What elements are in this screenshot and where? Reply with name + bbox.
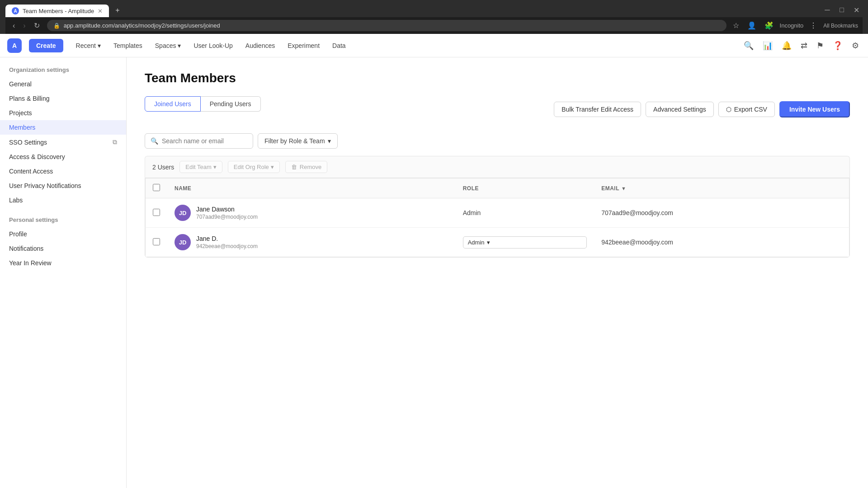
sidebar-item-access-discovery[interactable]: Access & Discovery	[0, 150, 126, 164]
search-box[interactable]: 🔍	[145, 133, 253, 149]
tab-favicon: A	[12, 7, 19, 14]
nav-audiences[interactable]: Audiences	[240, 39, 280, 52]
browser-tab-active[interactable]: A Team Members - Amplitude ✕	[5, 5, 109, 17]
bookmarks-label: All Bookmarks	[823, 23, 858, 29]
sidebar-item-year-in-review[interactable]: Year In Review	[0, 256, 126, 270]
table-header-row: NAME ROLE EMAIL ▼	[146, 178, 849, 198]
col-name: NAME	[167, 178, 456, 198]
personal-settings-title: Personal settings	[0, 216, 126, 227]
row1-checkbox[interactable]	[153, 209, 160, 216]
tab-joined-users[interactable]: Joined Users	[145, 96, 201, 112]
minimize-button[interactable]: ─	[821, 4, 834, 16]
search-input[interactable]	[162, 137, 247, 145]
sidebar-item-sso[interactable]: SSO Settings ⧉	[0, 135, 126, 150]
compare-icon-button[interactable]: ⇄	[799, 39, 809, 52]
row2-role-chevron: ▾	[487, 239, 490, 246]
menu-icon[interactable]: ⋮	[808, 20, 819, 31]
row1-role-cell: Admin	[456, 198, 594, 228]
bookmark-icon[interactable]: ☆	[731, 20, 741, 31]
sidebar-item-notifications[interactable]: Notifications	[0, 241, 126, 256]
row1-email-sub: 707aad9e@moodjoy.com	[196, 214, 258, 220]
filter-button[interactable]: Filter by Role & Team ▾	[258, 133, 338, 149]
reload-button[interactable]: ↻	[31, 20, 42, 31]
row2-checkbox-cell	[146, 228, 168, 257]
sort-icon: ▼	[621, 186, 626, 191]
tab-bar: A Team Members - Amplitude ✕ +	[5, 4, 124, 17]
action-buttons: Bulk Transfer Edit Access Advanced Setti…	[554, 101, 850, 117]
main-nav: Recent ▾ Templates Spaces ▾ User Look-Up…	[71, 39, 351, 52]
nav-spaces[interactable]: Spaces ▾	[150, 39, 187, 52]
nav-experiment[interactable]: Experiment	[282, 39, 325, 52]
bulk-transfer-button[interactable]: Bulk Transfer Edit Access	[554, 102, 641, 117]
sidebar-divider	[0, 207, 126, 216]
page-title: Team Members	[145, 71, 850, 85]
profile-icon[interactable]: 👤	[745, 20, 758, 31]
tab-close-icon[interactable]: ✕	[98, 8, 103, 14]
remove-icon: 🗑	[291, 164, 297, 170]
col-checkbox	[146, 178, 168, 198]
edit-team-button[interactable]: Edit Team ▾	[179, 161, 222, 173]
edit-org-chevron: ▾	[271, 164, 274, 170]
sidebar-item-labs[interactable]: Labs	[0, 193, 126, 207]
new-tab-button[interactable]: +	[111, 4, 124, 17]
remove-label: Remove	[300, 164, 321, 170]
row1-email-cell: 707aad9e@moodjoy.com	[594, 198, 849, 228]
filter-row: 🔍 Filter by Role & Team ▾	[145, 133, 850, 149]
app-body: Organization settings General Plans & Bi…	[0, 57, 868, 488]
sidebar-item-general[interactable]: General	[0, 77, 126, 91]
row2-email-cell: 942beeae@moodjoy.com	[594, 228, 849, 257]
export-csv-label: Export CSV	[734, 106, 767, 113]
bell-icon-button[interactable]: 🔔	[780, 39, 793, 52]
sidebar-item-members[interactable]: Members	[0, 120, 126, 135]
nav-templates[interactable]: Templates	[108, 39, 148, 52]
incognito-label: Incognito	[780, 22, 804, 29]
members-table-wrapper: NAME ROLE EMAIL ▼	[145, 178, 850, 258]
email-col-label: EMAIL	[601, 185, 619, 192]
url-bar[interactable]: 🔒 app.amplitude.com/analytics/moodjoy2/s…	[47, 20, 726, 31]
advanced-settings-button[interactable]: Advanced Settings	[646, 102, 714, 117]
app-logo[interactable]: A	[7, 38, 22, 53]
sidebar-item-projects[interactable]: Projects	[0, 106, 126, 120]
header-actions: 🔍 📊 🔔 ⇄ ⚑ ❓ ⚙	[742, 39, 861, 52]
invite-users-button[interactable]: Invite New Users	[779, 101, 850, 117]
extension-icon[interactable]: 🧩	[763, 20, 775, 31]
flag-icon-button[interactable]: ⚑	[815, 39, 826, 52]
sidebar-item-profile[interactable]: Profile	[0, 227, 126, 241]
edit-org-role-button[interactable]: Edit Org Role ▾	[228, 161, 280, 173]
sidebar-item-plans-billing[interactable]: Plans & Billing	[0, 91, 126, 106]
export-csv-button[interactable]: ⬡ Export CSV	[718, 102, 775, 117]
sso-label: SSO Settings	[9, 139, 47, 146]
settings-icon-button[interactable]: ⚙	[850, 39, 861, 52]
search-icon: 🔍	[151, 137, 158, 145]
sidebar-item-user-privacy[interactable]: User Privacy Notifications	[0, 178, 126, 193]
nav-recent[interactable]: Recent ▾	[71, 39, 106, 52]
search-icon-button[interactable]: 🔍	[742, 39, 755, 52]
col-role: ROLE	[456, 178, 594, 198]
remove-button[interactable]: 🗑 Remove	[285, 161, 327, 173]
sidebar-item-content-access[interactable]: Content Access	[0, 164, 126, 178]
back-button[interactable]: ‹	[10, 20, 18, 31]
col-email[interactable]: EMAIL ▼	[594, 178, 849, 198]
nav-user-lookup[interactable]: User Look-Up	[188, 39, 238, 52]
filter-chevron-icon: ▾	[328, 137, 331, 145]
row1-name: Jane Dawson	[196, 206, 258, 213]
help-icon-button[interactable]: ❓	[831, 39, 844, 52]
tab-pending-users[interactable]: Pending Users	[201, 96, 261, 112]
logo-text: A	[12, 42, 17, 49]
row2-role-dropdown[interactable]: Admin ▾	[463, 236, 587, 249]
forward-button[interactable]: ›	[20, 20, 28, 31]
select-all-checkbox[interactable]	[153, 184, 160, 191]
activity-icon-button[interactable]: 📊	[761, 39, 774, 52]
create-button[interactable]: Create	[29, 39, 63, 52]
row1-user-info: Jane Dawson 707aad9e@moodjoy.com	[196, 206, 258, 220]
maximize-button[interactable]: □	[835, 4, 848, 16]
close-button[interactable]: ✕	[850, 4, 863, 16]
row1-role: Admin	[463, 209, 481, 216]
nav-data[interactable]: Data	[327, 39, 351, 52]
row2-checkbox[interactable]	[153, 238, 160, 245]
row2-name-cell: JD Jane D. 942beeae@moodjoy.com	[167, 228, 456, 257]
tab-bar-users: Joined Users Pending Users	[145, 96, 261, 112]
members-table: NAME ROLE EMAIL ▼	[145, 178, 849, 257]
user-count: 2 Users	[152, 164, 174, 171]
row2-user-info: Jane D. 942beeae@moodjoy.com	[196, 235, 258, 249]
